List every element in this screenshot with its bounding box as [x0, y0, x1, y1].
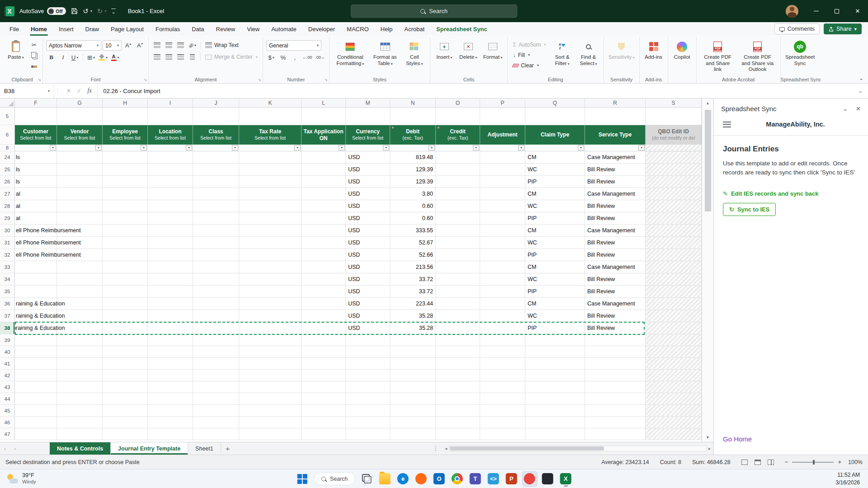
cell-P32[interactable] [480, 249, 525, 261]
orientation-button[interactable]: ab▾ [187, 40, 198, 50]
cell-R45[interactable] [585, 405, 646, 417]
cell-K34[interactable] [239, 273, 302, 286]
cell-Q44[interactable] [525, 393, 585, 405]
cell-M35[interactable]: USD [346, 286, 390, 298]
filter-dropdown-N[interactable]: ▾ [429, 145, 435, 150]
create-pdf-share-outlook-button[interactable]: Create PDF and Share via Outlook [738, 38, 777, 75]
cell-R38[interactable]: Bill Review [585, 322, 646, 334]
cell-P25[interactable] [480, 164, 525, 176]
cell-L38[interactable] [302, 322, 346, 334]
sheet-tab-journal-entry-template[interactable]: Journal Entry Template [111, 442, 188, 455]
cell-L27[interactable] [302, 188, 346, 200]
cell-J36[interactable] [193, 298, 239, 310]
page-break-view-icon[interactable] [768, 460, 774, 465]
previous-sheet-icon[interactable]: ‹ [0, 442, 10, 455]
number-dialog-launcher-icon[interactable]: ↘ [324, 77, 328, 82]
cell-K28[interactable] [239, 200, 302, 212]
cell-P38[interactable] [480, 322, 525, 334]
column-header-F[interactable]: F [15, 99, 57, 107]
cell-J45[interactable] [193, 405, 239, 417]
cell-H26[interactable] [103, 176, 148, 188]
cancel-entry-icon[interactable]: ✕ [66, 88, 71, 94]
cell-S39[interactable] [646, 334, 702, 346]
teams-icon[interactable]: T [467, 471, 483, 487]
align-bottom-button[interactable] [175, 40, 186, 50]
cell-M37[interactable]: USD [346, 310, 390, 322]
cell-H37[interactable] [103, 310, 148, 322]
filter-dropdown-P[interactable]: ▾ [518, 145, 524, 150]
row-header-27[interactable]: 27 [0, 188, 15, 200]
cell-O34[interactable] [436, 273, 480, 286]
cell-N37[interactable]: 35.28 [390, 310, 436, 322]
scroll-left-icon[interactable]: ◂ [445, 446, 447, 451]
cell-F43[interactable] [15, 381, 57, 393]
cut-button[interactable]: ✂ [29, 40, 39, 50]
cell-O43[interactable] [436, 381, 480, 393]
row-header-31[interactable]: 31 [0, 237, 15, 249]
cell-N44[interactable] [390, 393, 436, 405]
powerpoint-icon[interactable]: P [504, 471, 519, 487]
cell-L45[interactable] [302, 405, 346, 417]
cell-L39[interactable] [302, 334, 346, 346]
cell-P5[interactable] [480, 108, 525, 125]
cell-N38[interactable]: 35.28 [390, 322, 436, 334]
cell-N24[interactable]: 819.48 [390, 151, 436, 164]
cell-N34[interactable]: 33.72 [390, 273, 436, 286]
cell-K25[interactable] [239, 164, 302, 176]
copy-button[interactable] [29, 51, 39, 61]
expand-formula-bar-icon[interactable]: ⌄ [853, 84, 868, 98]
cell-R42[interactable] [585, 370, 646, 381]
cell-N31[interactable]: 52.67 [390, 237, 436, 249]
cell-Q45[interactable] [525, 405, 585, 417]
filter-dropdown-Q[interactable]: ▾ [578, 145, 584, 150]
cell-S24[interactable] [646, 151, 702, 164]
name-box[interactable]: B38 ▾ [0, 84, 54, 98]
cell-S34[interactable] [646, 273, 702, 286]
row-header-43[interactable]: 43 [0, 381, 15, 393]
cell-R41[interactable] [585, 358, 646, 370]
cell-S31[interactable] [646, 237, 702, 249]
cell-M30[interactable]: USD [346, 225, 390, 237]
cell-P26[interactable] [480, 176, 525, 188]
row-header-30[interactable]: 30 [0, 225, 15, 237]
filter-cell-G[interactable]: ▾ [57, 145, 103, 151]
cell-O38[interactable] [436, 322, 480, 334]
italic-button[interactable]: I [58, 52, 68, 62]
excel-icon[interactable]: X [558, 471, 573, 487]
cell-N33[interactable]: 213.56 [390, 261, 436, 273]
cell-S35[interactable] [646, 286, 702, 298]
cell-R27[interactable]: Case Management [585, 188, 646, 200]
cell-Q42[interactable] [525, 370, 585, 381]
cell-Q34[interactable]: WC [525, 273, 585, 286]
filter-dropdown-F[interactable]: ▾ [50, 145, 56, 150]
cell-S28[interactable] [646, 200, 702, 212]
edge-icon[interactable]: e [395, 471, 410, 487]
column-header-H[interactable]: H [103, 99, 148, 107]
sheet-tab-sheet1[interactable]: Sheet1 [188, 442, 221, 455]
copilot-button[interactable]: Copilot [671, 38, 693, 62]
row-header-35[interactable]: 35 [0, 286, 15, 298]
filter-cell-L[interactable]: ▾ [302, 145, 346, 151]
cell-N41[interactable] [390, 358, 436, 370]
cell-G27[interactable] [57, 188, 103, 200]
row-header-42[interactable]: 42 [0, 370, 15, 381]
row-header-26[interactable]: 26 [0, 176, 15, 188]
header-cell-vendor[interactable]: VendorSelect from list [57, 125, 103, 145]
merge-center-button[interactable]: Merge & Center▾ [203, 52, 259, 62]
cell-G44[interactable] [57, 393, 103, 405]
cell-J42[interactable] [193, 370, 239, 381]
cell-S30[interactable] [646, 225, 702, 237]
cell-S42[interactable] [646, 370, 702, 381]
row-header-6[interactable]: 6 [0, 125, 15, 145]
find-select-button[interactable]: Find & Select▾ [577, 38, 600, 68]
cell-H5[interactable] [103, 108, 148, 125]
align-middle-button[interactable] [164, 40, 174, 50]
cell-M39[interactable] [346, 334, 390, 346]
row-header-38[interactable]: 38 [0, 322, 15, 334]
zoom-slider-knob[interactable] [813, 460, 815, 465]
cell-M28[interactable]: USD [346, 200, 390, 212]
header-cell-debit[interactable]: *Debit(exc. Tax) [390, 125, 436, 145]
cell-F5[interactable] [15, 108, 57, 125]
cell-M38[interactable]: USD [346, 322, 390, 334]
cell-I40[interactable] [148, 346, 193, 358]
